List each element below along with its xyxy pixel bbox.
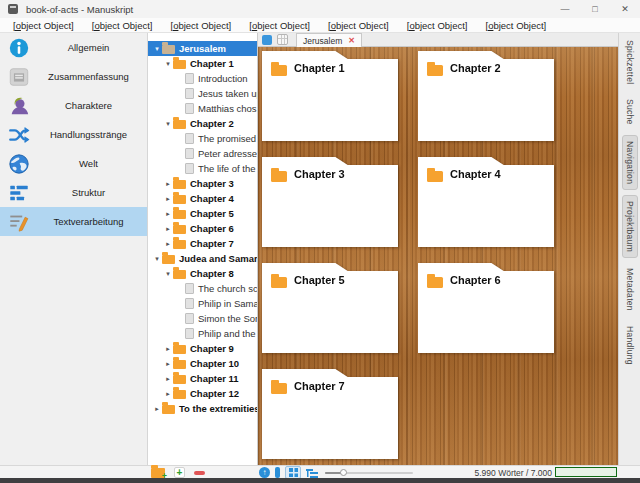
tree-item-icon <box>185 88 194 99</box>
tab-jerusalem[interactable]: Jerusalem ✕ <box>296 33 362 47</box>
side-panel-tab-label: Navigation <box>625 141 635 184</box>
grid-view-icon <box>289 468 298 477</box>
sidebar-item-label: Charaktere <box>38 100 147 111</box>
tree-item[interactable]: To the extremities o... <box>148 401 257 416</box>
sidebar-item-handlungsstraenge[interactable]: Handlungsstränge <box>0 120 147 149</box>
tree-item[interactable]: Chapter 9 <box>148 341 257 356</box>
tree-item[interactable]: Simon the Sor... <box>148 311 257 326</box>
menu-item[interactable]: [object Object] <box>240 20 319 31</box>
chapter-card[interactable]: Chapter 2 <box>418 51 554 141</box>
add-item-icon[interactable] <box>174 467 185 478</box>
minimize-button[interactable]: — <box>550 0 580 18</box>
chapter-card-grid: Chapter 1 Chapter 2 <box>262 51 554 459</box>
tree-item-label: To the extremities o... <box>179 403 257 414</box>
zoom-slider-handle[interactable] <box>340 469 347 476</box>
tree-item[interactable]: Peter adresses ... <box>148 146 257 161</box>
side-panel-tab[interactable]: Handlung <box>623 321 637 370</box>
tree-item[interactable]: The promised ... <box>148 131 257 146</box>
sidebar-item-allgemein[interactable]: Allgemein <box>0 33 147 62</box>
side-panel-tab-label: Suche <box>625 99 635 125</box>
tab-close-icon[interactable]: ✕ <box>348 36 355 45</box>
outline-view-icon[interactable] <box>306 468 318 478</box>
expander-icon[interactable] <box>163 375 173 383</box>
expander-icon[interactable] <box>163 270 173 278</box>
menu-item[interactable]: [object Object] <box>319 20 398 31</box>
sidebar-item-charaktere[interactable]: Charaktere <box>0 91 147 120</box>
chapter-card[interactable]: Chapter 4 <box>418 157 554 247</box>
tree-item-icon <box>185 163 194 174</box>
tree-item[interactable]: Chapter 6 <box>148 221 257 236</box>
tree-item-icon <box>173 180 186 189</box>
tree-item[interactable]: Chapter 8 <box>148 266 257 281</box>
sidebar-item-textverarbeitung[interactable]: Textverarbeitung <box>0 207 147 236</box>
tree-item-label: Jerusalem <box>179 43 226 54</box>
side-panel-tab[interactable]: Spickzettel <box>623 35 637 89</box>
remove-item-icon[interactable] <box>194 471 205 475</box>
chapter-card[interactable]: Chapter 3 <box>262 157 398 247</box>
column-view-icon[interactable] <box>275 467 280 478</box>
expander-icon[interactable] <box>163 345 173 353</box>
sidebar-item-zusammenfassung[interactable]: Zusammenfassung <box>0 62 147 91</box>
grid-view-icon[interactable] <box>277 34 288 45</box>
expander-icon[interactable] <box>152 255 162 263</box>
tree-item[interactable]: Chapter 4 <box>148 191 257 206</box>
tree-item[interactable]: The church sc... <box>148 281 257 296</box>
tree-item[interactable]: Chapter 12 <box>148 386 257 401</box>
menu-item[interactable]: [object Object] <box>162 20 241 31</box>
side-panel-tab[interactable]: Metadaten <box>623 263 637 316</box>
chapter-card-body: Chapter 6 <box>418 263 554 353</box>
add-folder-icon[interactable] <box>151 468 165 478</box>
tree-item[interactable]: Chapter 10 <box>148 356 257 371</box>
tree-item-icon <box>173 390 186 399</box>
expander-icon[interactable] <box>163 225 173 233</box>
expander-icon[interactable] <box>163 390 173 398</box>
tree-item[interactable]: Chapter 2 <box>148 116 257 131</box>
expander-icon[interactable] <box>152 405 162 413</box>
tree-item[interactable]: Philip and the ... <box>148 326 257 341</box>
tree-item[interactable]: Chapter 3 <box>148 176 257 191</box>
sidebar-item-struktur[interactable]: Struktur <box>0 178 147 207</box>
close-button[interactable]: ✕ <box>610 0 640 18</box>
characters-icon <box>0 95 38 117</box>
tree-item[interactable]: Chapter 7 <box>148 236 257 251</box>
word-count-progress <box>555 467 617 477</box>
tree-item[interactable]: Judea and Samaria <box>148 251 257 266</box>
tree-item-icon <box>185 73 194 84</box>
expander-icon[interactable] <box>163 120 173 128</box>
expander-icon[interactable] <box>163 195 173 203</box>
side-panel-tab[interactable]: Suche <box>623 94 637 130</box>
chapter-card[interactable]: Chapter 7 <box>262 369 398 459</box>
up-circle-icon[interactable]: ↑ <box>259 467 270 478</box>
tree-item[interactable]: Chapter 11 <box>148 371 257 386</box>
maximize-button[interactable]: □ <box>580 0 610 18</box>
expander-icon[interactable] <box>163 60 173 68</box>
tree-item[interactable]: The life of the ... <box>148 161 257 176</box>
tree-item[interactable]: Jerusalem <box>148 41 257 56</box>
expander-icon[interactable] <box>163 240 173 248</box>
sidebar-item-welt[interactable]: Welt <box>0 149 147 178</box>
menu-item[interactable]: [object Object] <box>477 20 556 31</box>
chapter-card[interactable]: Chapter 6 <box>418 263 554 353</box>
chapter-card[interactable]: Chapter 1 <box>262 51 398 141</box>
tree-item[interactable]: Introduction <box>148 71 257 86</box>
expander-icon[interactable] <box>163 360 173 368</box>
blue-square-icon[interactable] <box>262 35 272 45</box>
tree-item-label: The church sc... <box>198 283 257 294</box>
expander-icon[interactable] <box>163 210 173 218</box>
tree-item[interactable]: Matthias chos... <box>148 101 257 116</box>
expander-icon[interactable] <box>163 180 173 188</box>
expander-icon[interactable] <box>152 45 162 53</box>
menu-item[interactable]: [object Object] <box>398 20 477 31</box>
side-panel-tab[interactable]: Navigation <box>622 135 638 190</box>
tree-item[interactable]: Jesus taken up... <box>148 86 257 101</box>
tree-item-label: Introduction <box>198 73 248 84</box>
tree-item[interactable]: Philip in Sama... <box>148 296 257 311</box>
side-panel-tab[interactable]: Projektbaum <box>622 195 638 258</box>
tree-item[interactable]: Chapter 1 <box>148 56 257 71</box>
menu-item[interactable]: [object Object] <box>4 20 83 31</box>
tree-item[interactable]: Chapter 5 <box>148 206 257 221</box>
chapter-card[interactable]: Chapter 5 <box>262 263 398 353</box>
info-icon <box>0 37 38 59</box>
chapter-card-label: Chapter 1 <box>294 62 345 74</box>
menu-item[interactable]: [object Object] <box>83 20 162 31</box>
